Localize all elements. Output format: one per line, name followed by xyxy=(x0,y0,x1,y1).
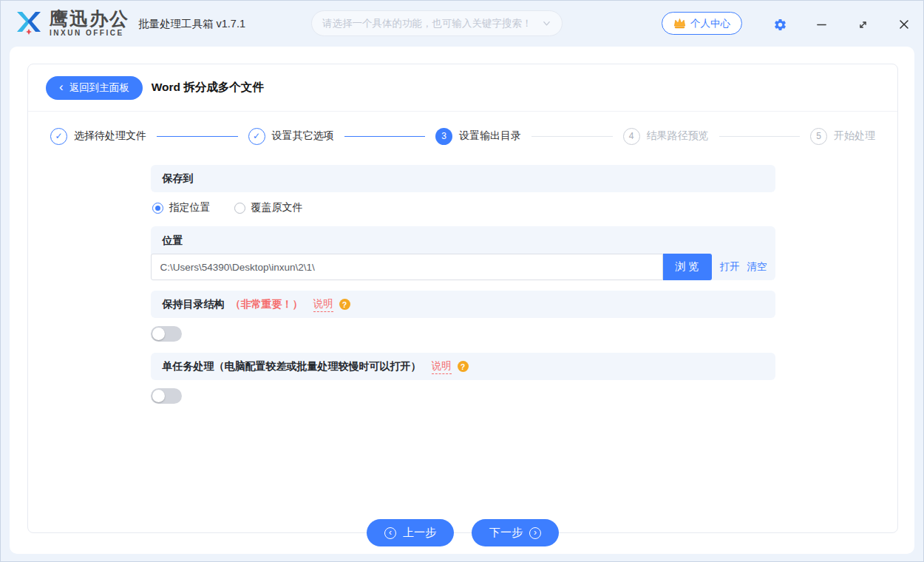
previous-step-label: 上一步 xyxy=(403,526,436,540)
save-to-section-header: 保存到 xyxy=(151,165,775,192)
close-icon xyxy=(898,18,910,30)
circle-chevron-left-icon xyxy=(384,527,396,539)
step-label: 开始处理 xyxy=(834,129,875,143)
next-step-button[interactable]: 下一步 xyxy=(472,519,559,546)
single-task-help-link[interactable]: 说明 xyxy=(432,359,452,374)
check-icon xyxy=(50,128,67,145)
single-task-section-header: 单任务处理（电脑配置较差或批量处理较慢时可以打开） 说明 xyxy=(151,353,775,380)
browse-button[interactable]: 浏 览 xyxy=(663,254,712,280)
important-note: （非常重要！） xyxy=(231,298,303,311)
step-result-preview[interactable]: 4 结果路径预览 xyxy=(623,128,709,145)
keep-structure-title: 保持目录结构 xyxy=(163,298,225,311)
location-input-row: 浏 览 打开 清空 xyxy=(151,254,775,280)
question-mark-icon[interactable] xyxy=(339,299,350,310)
save-to-options: 指定位置 覆盖原文件 xyxy=(151,192,775,223)
step-label: 设置输出目录 xyxy=(459,129,521,143)
location-section: 位置 浏 览 打开 清空 xyxy=(151,226,775,280)
location-links: 打开 清空 xyxy=(712,254,775,280)
single-task-title: 单任务处理（电脑配置较差或批量处理较慢时可以打开） xyxy=(163,360,421,373)
minimize-button[interactable] xyxy=(812,16,830,33)
wizard-card: ‹ 返回到主面板 Word 拆分成多个文件 选择待处理文件 设置其它选项 3 设… xyxy=(27,64,898,533)
resize-diagonal-icon xyxy=(857,19,869,30)
save-to-title: 保存到 xyxy=(163,172,194,186)
check-icon xyxy=(248,128,265,145)
clear-path-link[interactable]: 清空 xyxy=(747,260,767,274)
app-logo: 鹰迅办公 INXUN OFFICE xyxy=(14,9,129,37)
next-step-label: 下一步 xyxy=(489,526,523,540)
settings-button[interactable] xyxy=(771,16,789,33)
single-task-toggle-row xyxy=(151,380,775,415)
minimize-icon xyxy=(816,19,827,30)
step-number: 5 xyxy=(810,128,827,145)
location-title: 位置 xyxy=(151,226,775,254)
keep-structure-toggle-row xyxy=(151,318,775,353)
restore-button[interactable] xyxy=(854,16,872,33)
previous-step-button[interactable]: 上一步 xyxy=(367,519,454,546)
keep-structure-help-link[interactable]: 说明 xyxy=(313,297,333,312)
gear-icon xyxy=(773,18,787,32)
user-center-label: 个人中心 xyxy=(690,17,730,30)
search-placeholder: 请选择一个具体的功能，也可输入关键字搜索！ xyxy=(322,17,537,30)
toggle-knob xyxy=(152,390,165,402)
step-connector xyxy=(531,136,613,137)
radio-label: 指定位置 xyxy=(169,201,211,214)
wizard-footer: 上一步 下一步 xyxy=(367,519,559,546)
step-label: 设置其它选项 xyxy=(272,129,334,143)
toggle-knob xyxy=(152,328,165,340)
step-indicator: 选择待处理文件 设置其它选项 3 设置输出目录 4 结果路径预览 5 开始处理 xyxy=(28,112,897,160)
wizard-header: ‹ 返回到主面板 Word 拆分成多个文件 xyxy=(28,64,897,112)
circle-chevron-right-icon xyxy=(529,527,541,539)
crown-icon xyxy=(673,18,686,29)
step-output-directory[interactable]: 3 设置输出目录 xyxy=(435,128,521,145)
logo-text-en: INXUN OFFICE xyxy=(50,30,129,37)
main-panel: ‹ 返回到主面板 Word 拆分成多个文件 选择待处理文件 设置其它选项 3 设… xyxy=(10,47,914,554)
page-title: Word 拆分成多个文件 xyxy=(152,80,264,95)
step-select-files[interactable]: 选择待处理文件 xyxy=(50,128,146,145)
user-center-button[interactable]: 个人中心 xyxy=(662,12,742,35)
chevron-down-icon xyxy=(542,18,551,28)
titlebar: 鹰迅办公 INXUN OFFICE 批量处理工具箱 v1.7.1 请选择一个具体… xyxy=(1,1,923,47)
radio-specified-location[interactable]: 指定位置 xyxy=(152,201,211,214)
step-connector xyxy=(157,136,238,137)
step-label: 选择待处理文件 xyxy=(74,129,146,143)
close-button[interactable] xyxy=(895,16,913,33)
open-folder-link[interactable]: 打开 xyxy=(720,260,740,274)
radio-selected-icon xyxy=(152,203,163,214)
back-button-label: 返回到主面板 xyxy=(69,81,129,95)
chevron-left-icon: ‹ xyxy=(59,81,64,93)
function-search-select[interactable]: 请选择一个具体的功能，也可输入关键字搜索！ xyxy=(311,10,563,36)
question-mark-icon[interactable] xyxy=(458,361,469,372)
step-start-processing[interactable]: 5 开始处理 xyxy=(810,128,875,145)
logo-x-icon xyxy=(14,9,44,37)
step-number: 4 xyxy=(623,128,640,145)
output-settings-form: 保存到 指定位置 覆盖原文件 位置 浏 览 打开 xyxy=(151,165,775,415)
step-connector xyxy=(344,136,426,137)
single-task-toggle[interactable] xyxy=(151,388,182,404)
radio-overwrite-original[interactable]: 覆盖原文件 xyxy=(234,201,303,214)
radio-unselected-icon xyxy=(234,203,245,214)
app-title: 批量处理工具箱 v1.7.1 xyxy=(138,17,245,31)
output-path-input[interactable] xyxy=(151,254,663,280)
radio-label: 覆盖原文件 xyxy=(251,201,303,214)
back-to-dashboard-button[interactable]: ‹ 返回到主面板 xyxy=(46,76,143,100)
logo-text-cn: 鹰迅办公 xyxy=(50,10,129,28)
step-label: 结果路径预览 xyxy=(647,129,709,143)
keep-structure-toggle[interactable] xyxy=(151,326,182,342)
keep-structure-section-header: 保持目录结构 （非常重要！） 说明 xyxy=(151,291,775,318)
step-connector xyxy=(719,136,801,137)
step-number: 3 xyxy=(435,128,452,145)
step-other-options[interactable]: 设置其它选项 xyxy=(248,128,334,145)
